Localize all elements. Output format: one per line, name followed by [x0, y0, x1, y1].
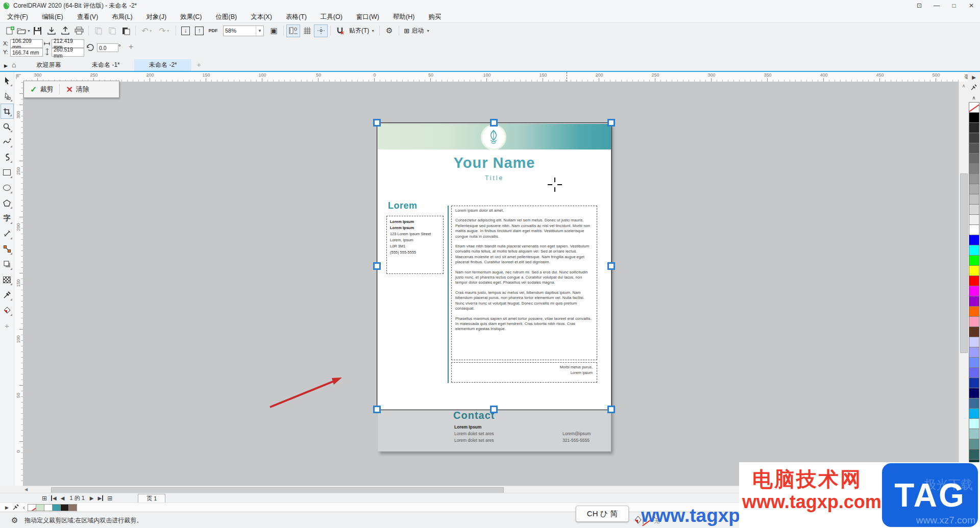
- color-swatch[interactable]: [969, 418, 979, 429]
- color-swatch[interactable]: [969, 429, 979, 439]
- open-icon[interactable]: ▼: [17, 24, 31, 37]
- color-swatch[interactable]: [969, 357, 979, 368]
- color-swatch[interactable]: [969, 275, 979, 286]
- add-tools-icon[interactable]: +: [1, 318, 14, 333]
- export-icon[interactable]: [58, 24, 72, 37]
- doc-color-swatch[interactable]: [52, 504, 61, 511]
- last-page-icon[interactable]: ▶: [98, 495, 104, 501]
- doc-color-swatch[interactable]: [68, 504, 77, 511]
- cut-icon[interactable]: [91, 24, 105, 37]
- ime-indicator[interactable]: CH ひ 简: [576, 506, 629, 522]
- snap-off-icon[interactable]: [333, 24, 347, 37]
- crop-handle-bottom-right[interactable]: [607, 406, 615, 413]
- save-icon[interactable]: [31, 24, 44, 37]
- full-screen-preview-icon[interactable]: ▣: [267, 24, 281, 37]
- doc-palette-flyout-icon[interactable]: ▶: [5, 505, 9, 510]
- document-page[interactable]: Your Name Title Lorem Lorem Ipsum Lorem …: [378, 124, 611, 451]
- palette-flyout-icon[interactable]: ▶: [968, 72, 980, 82]
- vertical-scrollbar[interactable]: ∧ ∨: [959, 82, 968, 486]
- previous-page-icon[interactable]: ◀: [61, 495, 65, 501]
- scroll-up-icon[interactable]: ∧: [959, 83, 968, 88]
- scroll-left-icon[interactable]: ◀: [24, 487, 28, 492]
- crop-handle-bottom-center[interactable]: [490, 406, 498, 413]
- transparency-tool[interactable]: [1, 272, 14, 287]
- redo-dropdown-icon[interactable]: ▼: [166, 29, 170, 33]
- crop-handle-top-center[interactable]: [490, 119, 498, 127]
- notifications-icon[interactable]: ⊡: [912, 0, 927, 11]
- crop-clear-button[interactable]: ✕清除: [60, 81, 95, 97]
- color-swatch[interactable]: [969, 122, 979, 133]
- color-eyedropper-tool[interactable]: [1, 287, 14, 303]
- color-swatch[interactable]: [969, 306, 979, 317]
- color-swatch[interactable]: [969, 265, 979, 276]
- tab-untitled-1[interactable]: 未命名 -1*: [77, 59, 134, 71]
- first-page-icon[interactable]: ◀: [51, 495, 57, 501]
- doc-color-swatch-none[interactable]: [28, 504, 36, 511]
- color-swatch-none[interactable]: [969, 102, 979, 113]
- color-swatch[interactable]: [969, 439, 979, 449]
- color-swatch[interactable]: [969, 337, 979, 347]
- menu-object[interactable]: 对象(J): [146, 13, 167, 21]
- palette-eyedropper-icon[interactable]: [968, 82, 980, 92]
- polygon-tool[interactable]: [1, 195, 14, 211]
- color-swatch[interactable]: [969, 388, 979, 398]
- export-dialog-icon[interactable]: ↑: [192, 24, 206, 37]
- color-swatch[interactable]: [969, 316, 979, 327]
- rotation-angle-field[interactable]: 0.0: [97, 43, 118, 52]
- color-swatch[interactable]: [969, 347, 979, 358]
- menu-text[interactable]: 文本(X): [251, 13, 272, 21]
- open-dropdown-icon[interactable]: ▼: [27, 29, 31, 33]
- tab-untitled-2[interactable]: 未命名 -2*: [134, 59, 191, 71]
- add-property-icon[interactable]: +: [129, 42, 133, 52]
- launch-dropdown[interactable]: ⊞启动▼: [404, 27, 430, 35]
- color-swatch[interactable]: [969, 255, 979, 266]
- crop-handle-middle-right[interactable]: [607, 262, 615, 270]
- color-swatch[interactable]: [969, 245, 979, 256]
- menu-help[interactable]: 帮助(H): [393, 13, 414, 21]
- color-swatch[interactable]: [969, 184, 979, 194]
- doc-palette-eyedropper-icon[interactable]: [13, 504, 19, 512]
- crop-handle-middle-left[interactable]: [373, 262, 381, 270]
- crop-apply-button[interactable]: ✓裁剪: [24, 81, 59, 97]
- y-position-field[interactable]: 166.74 mm: [10, 48, 43, 57]
- menu-file[interactable]: 文件(F): [7, 13, 28, 21]
- color-swatch[interactable]: [969, 398, 979, 409]
- color-swatch[interactable]: [969, 378, 979, 388]
- doc-color-swatch[interactable]: [60, 504, 69, 511]
- snap-to-dropdown[interactable]: 贴齐(T)▼: [349, 27, 375, 35]
- color-swatch[interactable]: [969, 235, 979, 245]
- color-swatch[interactable]: [969, 286, 979, 296]
- redo-icon[interactable]: ↷▼: [156, 24, 173, 37]
- import-icon[interactable]: [44, 24, 58, 37]
- palette-scroll-up-icon[interactable]: ∧: [968, 92, 980, 103]
- menu-bitmaps[interactable]: 位图(B): [216, 13, 237, 21]
- color-swatch[interactable]: [969, 173, 979, 184]
- options-gear-icon[interactable]: ⚙: [382, 24, 396, 37]
- menu-effects[interactable]: 效果(C): [180, 13, 202, 21]
- tab-welcome-screen[interactable]: 欢迎屏幕: [20, 59, 77, 71]
- menu-view[interactable]: 查看(V): [77, 13, 99, 21]
- color-swatch[interactable]: [969, 449, 979, 460]
- parallel-dimension-tool[interactable]: [1, 226, 14, 241]
- zoom-tool[interactable]: [1, 119, 14, 134]
- color-swatch[interactable]: [969, 408, 979, 419]
- vertical-ruler[interactable]: 300250200150100500: [14, 82, 23, 486]
- publish-pdf-icon[interactable]: PDF: [206, 24, 220, 37]
- color-swatch[interactable]: [969, 194, 979, 205]
- doc-color-swatch[interactable]: [44, 504, 53, 511]
- color-swatch[interactable]: [969, 367, 979, 378]
- color-swatch[interactable]: [969, 296, 979, 307]
- crop-tool[interactable]: [1, 104, 14, 119]
- color-swatch[interactable]: [969, 143, 979, 154]
- color-swatch[interactable]: [969, 214, 979, 225]
- zoom-dropdown-icon[interactable]: ▼: [256, 26, 262, 36]
- new-tab-icon[interactable]: +: [197, 61, 201, 69]
- color-swatch[interactable]: [969, 133, 979, 143]
- ruler-origin-corner[interactable]: [14, 72, 23, 82]
- shape-tool[interactable]: [1, 88, 14, 104]
- color-swatch[interactable]: [969, 204, 979, 215]
- color-swatch[interactable]: [969, 224, 979, 235]
- crop-handle-top-left[interactable]: [373, 119, 381, 127]
- rectangle-tool[interactable]: [1, 165, 14, 180]
- menu-layout[interactable]: 布局(L): [112, 13, 132, 21]
